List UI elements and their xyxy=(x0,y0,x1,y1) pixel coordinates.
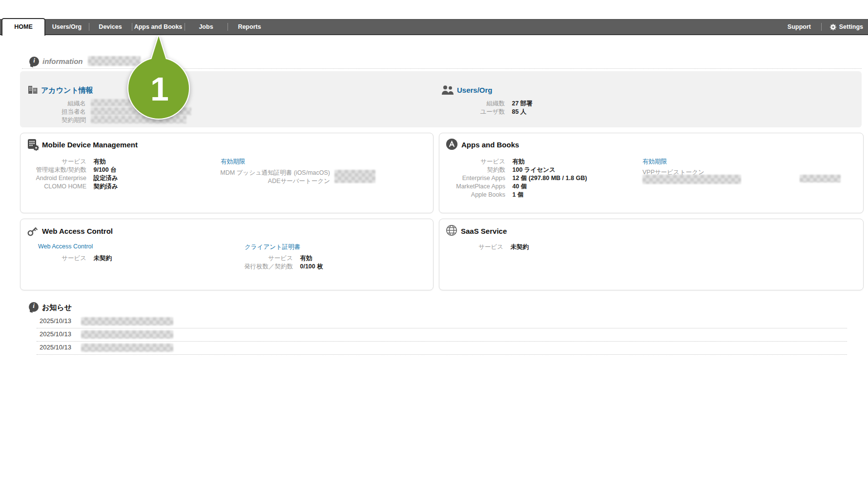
redacted-notice-text xyxy=(81,330,173,339)
apps-row: 契約数 100 ライセンス xyxy=(439,166,556,174)
notices-title: お知らせ xyxy=(42,303,72,312)
nav-settings-label: Settings xyxy=(839,23,863,30)
field-label: 組織数 xyxy=(430,100,505,107)
mdm-row: CLOMO HOME 契約済み xyxy=(21,183,118,190)
wac-row: サービス 有効 xyxy=(167,254,312,262)
field-label: サービス xyxy=(439,158,505,165)
field-value: 40 個 xyxy=(512,183,527,190)
redacted-vpp-token xyxy=(642,175,741,184)
buildings-icon xyxy=(27,83,39,95)
apps-row: Enterprise Apps 12 個 (297.80 MB / 1.8 GB… xyxy=(439,174,587,182)
users-icon xyxy=(441,85,455,95)
field-value: 有効 xyxy=(512,158,524,165)
field-value: 未契約 xyxy=(510,244,529,250)
account-row: 組織名 xyxy=(29,100,86,107)
field-label: ユーザ数 xyxy=(430,108,505,116)
field-label: Apple Books xyxy=(439,191,505,199)
nav-support-link[interactable]: Support xyxy=(787,20,811,34)
notice-row[interactable]: 2025/10/13 xyxy=(37,328,847,342)
annotation-number: 1 xyxy=(150,70,169,107)
wac-row: 発行枚数／契約数 0/100 枚 xyxy=(167,263,323,270)
field-label: MarketPlace Apps xyxy=(439,183,505,190)
mdm-row: Android Enterprise 設定済み xyxy=(21,174,118,182)
globe-icon xyxy=(446,224,457,236)
notices-icon: i xyxy=(29,302,39,312)
nav-divider xyxy=(821,23,822,31)
information-heading: information xyxy=(42,57,83,65)
nav-divider xyxy=(89,23,89,31)
field-value: 1 個 xyxy=(512,191,523,198)
saas-card: SaaS Service サービス 未契約 xyxy=(439,219,864,290)
gear-icon xyxy=(830,24,836,30)
information-icon: i xyxy=(29,57,39,66)
field-value: 85 人 xyxy=(512,108,526,115)
mdm-expiry-link[interactable]: 有効期限 xyxy=(221,158,245,166)
field-label: サービス xyxy=(21,158,86,165)
account-info-title: アカウント情報 xyxy=(41,86,93,95)
account-row: 担当者名 xyxy=(29,108,86,116)
notice-date: 2025/10/13 xyxy=(40,315,71,327)
mdm-row: サービス 有効 xyxy=(21,158,105,165)
client-cert-link[interactable]: クライアント証明書 xyxy=(245,243,300,251)
apps-books-card: Apps and Books サービス 有効 契約数 100 ライセンス Ent… xyxy=(439,133,864,213)
redacted-vpp-token-extra xyxy=(800,175,841,183)
users-org-row: 組織数 27 部署 xyxy=(430,100,533,107)
notice-row[interactable]: 2025/10/13 xyxy=(37,315,847,328)
tab-home-active[interactable]: HOME xyxy=(1,18,45,36)
field-value: 契約済み xyxy=(93,183,118,190)
tab-devices[interactable]: Devices xyxy=(99,20,122,34)
clomo-home-page: Users/Org Devices Apps and Books Jobs Re… xyxy=(0,0,868,488)
wac-card-title: Web Access Control xyxy=(42,227,113,235)
field-label: 管理端末数/契約数 xyxy=(21,166,86,174)
tab-reports[interactable]: Reports xyxy=(238,20,261,34)
key-icon xyxy=(27,225,39,237)
users-org-title: Users/Org xyxy=(457,86,493,94)
redacted-notice-text xyxy=(81,317,173,325)
field-value: 有効 xyxy=(300,255,312,262)
mdm-card: Mobile Device Management サービス 有効 管理端末数/契… xyxy=(20,133,434,213)
wac-row: サービス 未契約 xyxy=(21,254,112,262)
users-org-row: ユーザ数 85 人 xyxy=(430,108,526,116)
field-label: Enterprise Apps xyxy=(439,174,505,182)
mdm-icon xyxy=(27,139,40,151)
apps-row: サービス 有効 xyxy=(439,158,524,165)
tab-apps-and-books[interactable]: Apps and Books xyxy=(134,20,183,34)
wac-link[interactable]: Web Access Control xyxy=(38,243,93,250)
nav-divider xyxy=(185,23,185,31)
tab-jobs[interactable]: Jobs xyxy=(199,20,213,34)
field-label: サービス xyxy=(167,254,293,262)
field-label: 発行枚数／契約数 xyxy=(167,263,293,270)
field-label: 契約数 xyxy=(439,166,505,174)
nav-settings-button[interactable]: Settings xyxy=(830,20,863,34)
account-row: 契約期間 xyxy=(29,116,86,124)
apps-expiry-link[interactable]: 有効期限 xyxy=(642,158,667,166)
step-annotation-1: 1 xyxy=(124,33,193,122)
field-label: 組織名 xyxy=(29,100,86,107)
ade-token-label: ADEサーバートークン xyxy=(157,177,330,185)
notice-row[interactable]: 2025/10/13 xyxy=(37,341,847,355)
apps-row: Apple Books 1 個 xyxy=(439,191,523,199)
mdm-row: 管理端末数/契約数 9/100 台 xyxy=(21,166,117,174)
field-value: 9/100 台 xyxy=(93,166,116,173)
field-value: 0/100 枚 xyxy=(300,263,323,270)
app-store-icon xyxy=(446,138,458,150)
mdm-push-cert-label: MDM プッシュ通知証明書 (iOS/macOS) xyxy=(157,169,330,177)
field-label: 契約期間 xyxy=(29,116,86,124)
field-label: Android Enterprise xyxy=(21,174,86,182)
apps-row: MarketPlace Apps 40 個 xyxy=(439,183,527,190)
field-value: 未契約 xyxy=(93,255,112,262)
nav-divider xyxy=(227,23,228,31)
wac-card: Web Access Control Web Access Control サー… xyxy=(20,219,434,290)
tab-users-org[interactable]: Users/Org xyxy=(52,20,82,34)
field-value: 27 部署 xyxy=(512,100,532,107)
field-value: 設定済み xyxy=(93,175,118,182)
field-label: サービス xyxy=(21,254,86,262)
notice-date: 2025/10/13 xyxy=(40,341,71,354)
field-label: CLOMO HOME xyxy=(21,183,86,190)
saas-card-title: SaaS Service xyxy=(461,227,507,235)
redacted-mdm-cert-status xyxy=(334,170,375,183)
apps-books-card-title: Apps and Books xyxy=(461,141,519,149)
field-label: 担当者名 xyxy=(29,108,86,116)
nav-divider xyxy=(132,23,132,31)
field-label: サービス xyxy=(439,243,503,251)
